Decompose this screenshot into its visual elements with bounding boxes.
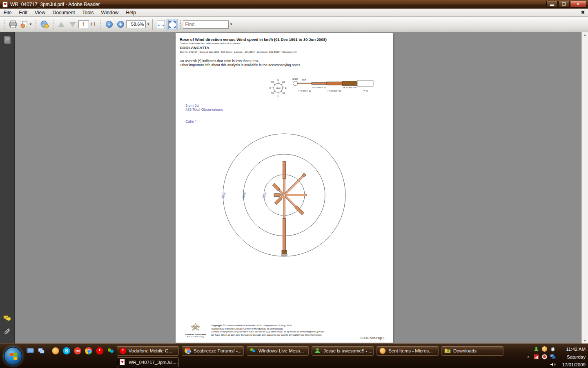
restore-button[interactable]: ❐ (558, 1, 570, 8)
taskbar-button-pdf-active[interactable]: WR_040717_3pmJul.... (117, 357, 179, 367)
document-area: Rose of Wind direction versus Wind speed… (0, 32, 588, 343)
zoom-in-icon: + (117, 21, 124, 28)
clock-day[interactable]: Saturday (558, 355, 587, 359)
menu-help[interactable]: Help (122, 9, 140, 16)
next-page-button[interactable] (67, 19, 78, 30)
taskbar-button-downloads[interactable]: Downloads (441, 346, 503, 356)
svg-text:N: N (277, 79, 278, 81)
zoom-out-button[interactable]: - (103, 19, 115, 30)
export-button[interactable]: ▼ (19, 19, 33, 30)
navigation-pane (0, 32, 15, 343)
fit-width-button[interactable]: ◂▸ (155, 19, 167, 30)
zoom-in-button[interactable]: + (115, 19, 126, 30)
contact-line: Contact us by phone on (03) 9669 4082, b… (211, 330, 324, 334)
show-desktop-icon[interactable] (26, 347, 34, 355)
aim-icon[interactable]: AIM (74, 347, 82, 355)
toolbar-grip (100, 20, 102, 29)
svg-text:NW: NW (271, 81, 274, 83)
analysis-note: Other important info about this analysis… (180, 63, 301, 67)
previous-page-button[interactable] (56, 19, 67, 30)
menu-tools[interactable]: Tools (79, 9, 98, 16)
scroll-down-icon[interactable]: ▼ (584, 339, 587, 343)
previous-page-icon (58, 22, 65, 27)
pdf-title: Rose of Wind direction versus Wind speed… (180, 37, 327, 42)
comments-panel-button[interactable] (2, 313, 13, 324)
attachments-panel-button[interactable] (2, 326, 13, 337)
taskbar-button-label: WR_040717_3pmJul.... (129, 360, 178, 365)
menu-file[interactable]: File (0, 9, 15, 16)
calm-percentage-label: Calm * (185, 119, 196, 123)
site-details: Site No: 040717 • Opened Jan 1962 • Stil… (180, 51, 297, 53)
toolbar-grip (35, 20, 37, 29)
close-button[interactable]: ✕ (570, 1, 586, 8)
zoom-level-value[interactable]: 58.6% (126, 20, 146, 28)
toolbar-separator (152, 19, 153, 30)
clock-date[interactable]: 17/01/2009 (558, 362, 587, 367)
tray-media-icon[interactable] (541, 354, 548, 360)
chrome-icon[interactable] (85, 347, 93, 355)
window-titlebar[interactable]: WR_040717_3pmJul.pdf - Adobe Reader ▬ ❐ … (0, 0, 588, 9)
taskbar-button-label: Vodafone Mobile C... (129, 348, 172, 353)
vodafone-icon[interactable]: ❜ (96, 347, 104, 355)
copyright-rest: © Commonwealth of Australia 2008 . Prepa… (222, 324, 291, 327)
vertical-scrollbar[interactable]: ▲ ▼ (581, 32, 588, 343)
taskbar-button-vodafone[interactable]: ❜ Vodafone Mobile C... (117, 346, 179, 356)
skype-icon[interactable]: S (62, 347, 71, 355)
globe-document-icon (40, 20, 49, 29)
tray-network-icon[interactable] (550, 354, 556, 360)
tray-volume-icon[interactable] (550, 361, 556, 368)
fit-width-icon: ◂▸ (157, 20, 165, 29)
menu-view[interactable]: View (31, 9, 49, 16)
switch-windows-icon[interactable] (37, 347, 45, 355)
fit-page-button[interactable]: ◤◥ ◣◢ (167, 19, 178, 30)
page-number-input[interactable] (78, 20, 89, 28)
print-button[interactable] (7, 19, 19, 30)
tray-mail-icon[interactable] (541, 346, 548, 352)
pdf-page[interactable]: Rose of Wind direction versus Wind speed… (176, 33, 393, 343)
menu-edit[interactable]: Edit (15, 9, 31, 16)
page-count-label: / 1 (91, 22, 96, 27)
tray-power-icon[interactable] (550, 346, 556, 352)
svg-text:>= 40: >= 40 (363, 90, 368, 92)
svg-text:10%: 10% (262, 192, 267, 199)
tray-expand-chevron-icon[interactable]: ‹ (525, 354, 531, 360)
find-input[interactable] (183, 20, 229, 29)
windows-live-mail-icon[interactable] (51, 347, 60, 355)
collaborate-button[interactable] (38, 19, 51, 30)
zoom-caret-icon[interactable]: ▼ (147, 22, 150, 26)
menubar-close-icon[interactable]: ✖ (581, 10, 585, 15)
quick-launch-bar: S AIM ❜ (26, 347, 115, 355)
svg-text:E: E (285, 87, 286, 89)
scroll-up-icon[interactable]: ▲ (584, 33, 587, 37)
toolbar: ▼ / 1 - + 58.6% ▼ ◂▸ ◤◥ ◣◢ ▼ (0, 17, 588, 32)
svg-text:S: S (277, 95, 278, 97)
toolbar-grip (52, 20, 54, 29)
observation-count: 483 Total Observations (185, 108, 223, 112)
tray-messenger-status-icon[interactable] (533, 346, 539, 352)
taskbar-button-sent-items[interactable]: Sent Items - Micros... (376, 346, 439, 356)
minimize-button[interactable]: ▬ (546, 1, 558, 8)
taskbar-button-seabreeze[interactable]: Seabreeze Forums! -... (182, 346, 244, 356)
svg-text:>= 20 and < 30: >= 20 and < 30 (327, 90, 341, 92)
taskbar-button-messenger[interactable]: Windows Live Mess... (247, 346, 309, 356)
svg-text:>= 0 and < 10: >= 0 and < 10 (298, 90, 311, 92)
comments-icon (3, 315, 11, 322)
clock-time[interactable]: 11:42 AM (558, 347, 587, 352)
taskbar: S AIM ❜ ❜ Vodafone Mobile C... Seabreeze… (0, 343, 588, 368)
next-page-icon (69, 22, 76, 27)
taskbar-button-jesse-chat[interactable]: Jesse is awesome!! - ... (312, 346, 374, 356)
messenger-icon[interactable] (107, 347, 115, 355)
taskbar-buttons-row: WR_040717_3pmJul.... (117, 357, 179, 367)
pages-panel-button[interactable] (2, 35, 13, 45)
svg-text:20%: 20% (241, 192, 247, 199)
wind-rose-chart: 10%20%30% (219, 130, 350, 260)
menu-document[interactable]: Document (49, 9, 79, 16)
start-button[interactable] (4, 347, 22, 366)
svg-text:>= 10 and < 20: >= 10 and < 20 (312, 86, 326, 89)
taskbar-button-label: Windows Live Mess... (258, 348, 304, 353)
svg-text:W: W (270, 87, 272, 89)
tray-vodafone-signal-icon[interactable] (533, 354, 539, 360)
svg-text:km/h: km/h (302, 79, 306, 81)
menu-window[interactable]: Window (98, 9, 122, 16)
find-caret-icon[interactable]: ▼ (229, 22, 233, 26)
